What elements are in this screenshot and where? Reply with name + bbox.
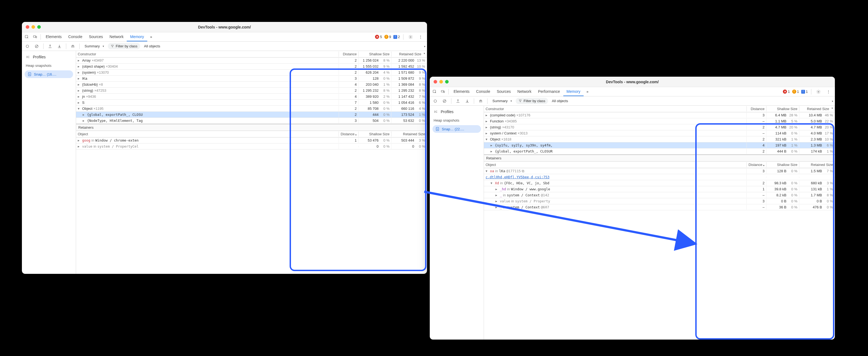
col-distance[interactable]: Distance	[339, 131, 359, 137]
col-constructor[interactable]: Constructor	[484, 106, 747, 112]
table-row[interactable]: {NodeType, HtmlElement, Tag35040 %53 632…	[76, 118, 427, 124]
more-tabs-icon[interactable]: »	[147, 33, 155, 41]
errors-badge[interactable]: ✕1	[783, 90, 790, 94]
tab-network[interactable]: Network	[514, 87, 535, 96]
tab-network[interactable]: Network	[106, 32, 127, 41]
table-row[interactable]: (compiled code) ×10717636.4 MB28 %10.4 M…	[484, 112, 835, 118]
col-shallow[interactable]: Shallow Size	[359, 52, 392, 57]
col-shallow[interactable]: Shallow Size	[359, 131, 392, 137]
tab-memory[interactable]: Memory	[563, 87, 584, 96]
table-row[interactable]: Object ×1195285 7080 %660 1164 %	[76, 106, 427, 112]
titlebar[interactable]: DevTools - www.google.com/	[22, 22, 427, 32]
retainer-row[interactable]: _hd in Window / www.google139.8 kB0 %131…	[484, 186, 835, 192]
snapshot-item[interactable]: Snap… (16.…	[25, 70, 73, 78]
tab-elements[interactable]: Elements	[450, 87, 473, 96]
record-icon[interactable]	[24, 42, 31, 50]
toolbar-menu[interactable]	[423, 44, 425, 48]
retainer-row[interactable]: _ in system / Context @607–36 B0 %476 B0…	[484, 204, 835, 210]
class-filter[interactable]: Filter by class	[516, 98, 548, 104]
table-row[interactable]: {global, exportPath_, CLOSUR2444 B0 %174…	[484, 148, 835, 154]
clear-icon[interactable]	[33, 42, 40, 50]
retainer-row[interactable]: value in system / PropertyCel00 %00 %	[76, 144, 427, 150]
view-select[interactable]: Summary	[490, 98, 514, 104]
col-shallow[interactable]: Shallow Size	[767, 106, 799, 112]
sidebar-profiles[interactable]: Profiles	[430, 107, 484, 116]
constructors-table[interactable]: (compiled code) ×10717636.4 MB28 %10.4 M…	[484, 112, 835, 154]
tab-sources[interactable]: Sources	[494, 87, 514, 96]
col-retained[interactable]: Retained Size	[392, 131, 427, 137]
zoom-button[interactable]	[37, 25, 41, 29]
col-distance[interactable]: Distance	[747, 162, 767, 167]
table-row[interactable]: jn ×94364389 9202 %1 147 4327 %	[76, 94, 427, 100]
minimize-button[interactable]	[31, 25, 35, 29]
download-icon[interactable]	[463, 97, 471, 105]
device-icon[interactable]	[31, 33, 39, 41]
col-distance[interactable]: Distance	[339, 52, 359, 57]
tab-console[interactable]: Console	[65, 32, 85, 41]
tab-console[interactable]: Console	[473, 87, 493, 96]
inspect-icon[interactable]	[431, 88, 438, 95]
retainers-table[interactable]: oa in lKa @177115 ⧉3128 B0 %1.5 MB7 %c,d…	[484, 168, 835, 210]
errors-badge[interactable]: ✕5	[375, 35, 382, 39]
settings-icon[interactable]	[815, 88, 822, 95]
table-row[interactable]: lKa31280 %1 509 8729 %	[76, 76, 427, 82]
issues-badge[interactable]: !1	[801, 90, 808, 94]
upload-icon[interactable]	[46, 42, 54, 50]
clear-icon[interactable]	[441, 97, 448, 105]
tab-memory[interactable]: Memory	[127, 32, 147, 41]
gc-icon[interactable]	[477, 97, 485, 105]
close-button[interactable]	[26, 25, 29, 29]
retainer-row[interactable]: goog in Window / chrome-exten153 4760 %5…	[76, 138, 427, 144]
retainer-row[interactable]: c,dtl0hd,eHDfl,YV5bee,d,csi:753	[484, 174, 835, 180]
table-row[interactable]: system / Context ×3013–114 kB0 %4.0 MB17…	[484, 130, 835, 137]
col-retained[interactable]: Retained Size	[799, 106, 835, 112]
col-distance[interactable]: Distance	[747, 106, 767, 112]
warnings-badge[interactable]: !1	[792, 90, 799, 94]
view-select[interactable]: Summary	[83, 43, 106, 49]
download-icon[interactable]	[56, 42, 63, 50]
snapshot-item[interactable]: Snap… (22.…	[433, 125, 481, 133]
table-row[interactable]: (object shape) ×3040421 555 0329 %1 592 …	[76, 63, 427, 69]
inspect-icon[interactable]	[23, 33, 31, 41]
kebab-icon[interactable]: ⋮	[825, 88, 832, 95]
upload-icon[interactable]	[454, 97, 462, 105]
col-object[interactable]: Object	[76, 131, 339, 137]
col-retained[interactable]: Retained Size	[392, 52, 427, 57]
table-row[interactable]: S71 5800 %1 054 4166 %	[76, 100, 427, 106]
issues-badge[interactable]: !2	[393, 35, 400, 39]
col-constructor[interactable]: Constructor	[76, 52, 339, 57]
settings-icon[interactable]	[407, 33, 414, 41]
retainer-row[interactable]: Xd in {FOc, HOa, VC, jo, Sbd298.3 kB0 %6…	[484, 180, 835, 186]
table-row[interactable]: {SdcwHb} ×84203 0401 %1 369 0848 %	[76, 82, 427, 88]
table-row[interactable]: Array ×4349721 256 0248 %2 220 00013 %	[76, 58, 427, 63]
retainers-table[interactable]: goog in Window / chrome-exten153 4760 %5…	[76, 138, 427, 150]
zoom-button[interactable]	[445, 80, 448, 84]
more-tabs-icon[interactable]: »	[584, 88, 591, 95]
constructors-table[interactable]: Array ×4349721 256 0248 %2 220 00013 %(o…	[76, 58, 427, 124]
objects-select[interactable]: All objects	[550, 98, 570, 104]
table-row[interactable]: (string) ×4317024.7 MB20 %4.7 MB20 %	[484, 124, 835, 130]
table-row[interactable]: Function ×34385–1.1 MB5 %5.0 MB22 %	[484, 118, 835, 124]
col-object[interactable]: Object	[484, 162, 747, 167]
record-icon[interactable]	[431, 97, 439, 105]
retainer-row[interactable]: _ in system / Context @142–8.2 kB0 %1.7 …	[484, 192, 835, 198]
col-retained[interactable]: Retained Size	[799, 162, 835, 167]
toolbar-menu[interactable]	[831, 99, 833, 103]
tab-sources[interactable]: Sources	[86, 32, 106, 41]
warnings-badge[interactable]: !9	[384, 35, 391, 39]
kebab-icon[interactable]: ⋮	[416, 33, 424, 41]
titlebar[interactable]: DevTools - www.google.com/	[430, 77, 835, 87]
sidebar-profiles[interactable]: Profiles	[22, 53, 76, 61]
device-icon[interactable]	[439, 88, 447, 95]
table-row[interactable]: {global, exportPath_, CLOSU24440 %173 52…	[76, 112, 427, 118]
retainer-row[interactable]: value in system / Property30 B0 %0 B0 %	[484, 198, 835, 204]
objects-select[interactable]: All objects	[142, 43, 162, 49]
tab-elements[interactable]: Elements	[42, 32, 65, 41]
class-filter[interactable]: Filter by class	[108, 43, 140, 49]
table-row[interactable]: {sy1fu, sy2ly, sy39n, sy4fm,4197 kB1 %1.…	[484, 142, 835, 148]
table-row[interactable]: Object ×16182321 kB1 %2.3 MB10 %	[484, 137, 835, 142]
col-shallow[interactable]: Shallow Size	[767, 162, 799, 167]
close-button[interactable]	[434, 80, 437, 84]
retainer-row[interactable]: oa in lKa @177115 ⧉3128 B0 %1.5 MB7 %	[484, 168, 835, 174]
gc-icon[interactable]	[69, 42, 76, 50]
